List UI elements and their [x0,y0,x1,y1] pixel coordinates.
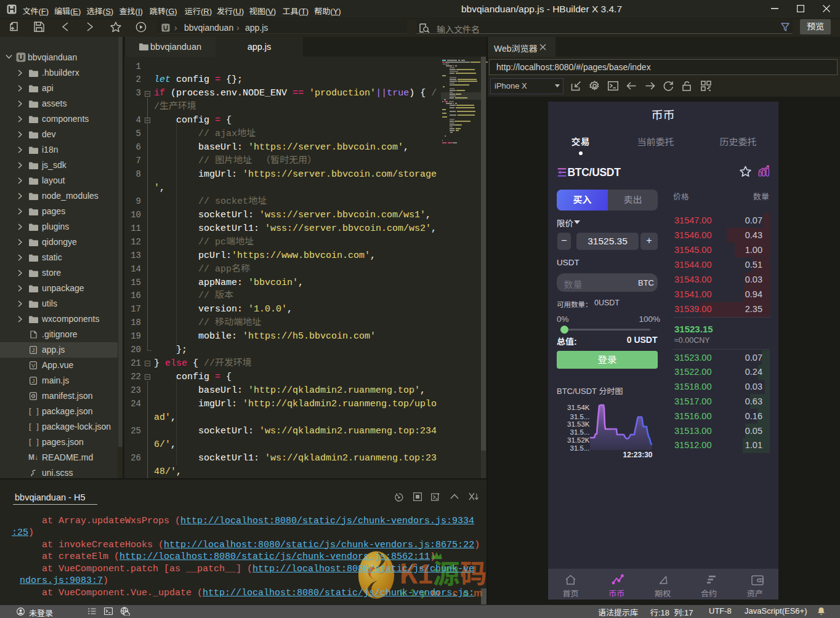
svg-text:V: V [31,363,35,369]
svg-text:J: J [32,347,35,353]
svg-text:J: J [32,378,35,384]
